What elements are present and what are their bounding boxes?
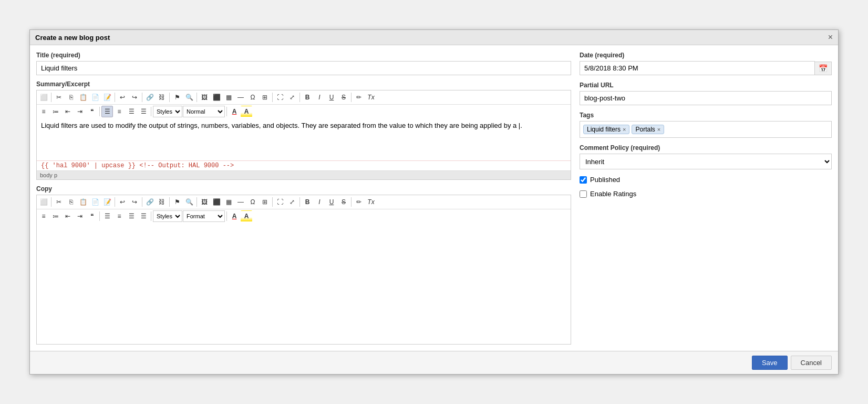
resize-btn[interactable]: ⤢ [286,92,298,103]
strike-btn[interactable]: S [338,92,349,103]
summary-statusbar: body p [37,170,571,179]
iframe-btn[interactable]: ⊞ [259,92,271,103]
blockquote-btn[interactable]: ❝ [86,106,98,117]
comment-policy-field-group: Comment Policy (required) Inherit Allow … [580,144,832,169]
copy-align-right-btn[interactable]: ☰ [126,210,137,222]
copy-iframe-btn[interactable]: ⊞ [259,196,271,208]
horz-btn[interactable]: ― [235,92,246,103]
tag-remove-liquid-filters[interactable]: × [623,126,626,133]
indent-more-btn[interactable]: ⇥ [74,106,86,117]
summary-content-area[interactable]: Liquid filters are used to modify the ou… [37,118,571,160]
copy-link-btn[interactable]: 🔗 [144,196,156,208]
copy-blockquote-btn[interactable]: ❝ [86,210,98,222]
copy-horz-btn[interactable]: ― [235,196,246,208]
copy-source-btn[interactable]: ⬜ [38,196,49,208]
copy-strike-btn[interactable]: S [338,196,349,208]
align-left-btn[interactable]: ☰ [101,106,113,117]
copy-table-btn[interactable]: ▦ [223,196,234,208]
copy-flag-btn[interactable]: ⚑ [171,196,183,208]
paste-btn[interactable]: 📋 [77,92,89,103]
ordered-list-btn[interactable]: ≡ [38,106,49,117]
align-justify-btn[interactable]: ☰ [138,106,149,117]
bg-color-btn[interactable]: A [241,106,252,117]
copy-content-area[interactable] [37,223,571,344]
source-btn[interactable]: ⬜ [38,92,49,103]
copy-image-btn[interactable]: 🖼 [199,196,210,208]
clear-format-btn[interactable]: Tx [365,92,377,103]
csep11 [226,211,227,221]
copy-format-select[interactable]: Format Normal Heading 1 [183,210,225,222]
bold-btn[interactable]: B [302,92,313,103]
copy-align-center-btn[interactable]: ≡ [113,210,125,222]
calendar-button[interactable]: 📅 [815,62,832,75]
flag-btn[interactable]: ⚑ [171,92,183,103]
comment-policy-label: Comment Policy (required) [580,144,832,152]
cancel-button[interactable]: Cancel [791,356,832,370]
flash-btn[interactable]: ⬛ [211,92,222,103]
unordered-list-btn[interactable]: ≔ [50,106,61,117]
copy-resize-btn[interactable]: ⤢ [286,196,298,208]
copy-ordered-list-btn[interactable]: ≡ [38,210,49,222]
copy-maximize-btn[interactable]: ⛶ [274,196,286,208]
maximize-btn[interactable]: ⛶ [274,92,286,103]
copy-bg-color-btn[interactable]: A [241,210,252,222]
special-btn[interactable]: Ω [247,92,259,103]
copy-flash-btn[interactable]: ⬛ [211,196,222,208]
copy-undo-btn[interactable]: ↩ [117,196,128,208]
paste-text-btn[interactable]: 📄 [89,92,101,103]
cut-btn[interactable]: ✂ [53,92,65,103]
link-btn[interactable]: 🔗 [144,92,156,103]
copy-special-btn[interactable]: Ω [247,196,259,208]
copy-unordered-list-btn[interactable]: ≔ [50,210,61,222]
font-color-btn[interactable]: A [229,106,240,117]
align-right-btn[interactable]: ☰ [126,106,137,117]
copy-clear-btn[interactable]: Tx [365,196,377,208]
find-btn[interactable]: 🔍 [183,92,195,103]
copy-unlink-btn[interactable]: ⛓ [156,196,168,208]
date-input[interactable] [580,61,815,75]
copy-copy-btn[interactable]: ⎘ [65,196,77,208]
copy-indent-less-btn[interactable]: ⇤ [62,210,74,222]
indent-less-btn[interactable]: ⇤ [62,106,74,117]
copy-paste-text-btn[interactable]: 📄 [89,196,101,208]
copy-indent-more-btn[interactable]: ⇥ [74,210,86,222]
enable-ratings-checkbox[interactable] [580,190,587,198]
dialog-body: Title (required) Summary/Excerpt ⬜ ✂ ⎘ 📋… [30,45,838,351]
copy-align-left-btn[interactable]: ☰ [101,210,113,222]
copy-bold-btn[interactable]: B [302,196,313,208]
align-center-btn[interactable]: ≡ [113,106,125,117]
copy-italic-btn[interactable]: I [314,196,325,208]
copy-styles-select[interactable]: Styles [153,210,182,222]
copy-redo-btn[interactable]: ↪ [129,196,140,208]
save-button[interactable]: Save [752,356,788,370]
underline-btn[interactable]: U [326,92,337,103]
close-button[interactable]: × [828,33,833,42]
comment-policy-select[interactable]: Inherit Allow Moderated Closed [580,154,832,169]
copy-paste-btn[interactable]: 📋 [77,196,89,208]
undo-btn[interactable]: ↩ [117,92,128,103]
title-input[interactable] [36,61,571,75]
table-btn[interactable]: ▦ [223,92,234,103]
unlink-btn[interactable]: ⛓ [156,92,168,103]
partial-url-input[interactable] [580,91,832,105]
copy-find-btn[interactable]: 🔍 [183,196,195,208]
tags-container: Liquid filters × Portals × [580,121,832,138]
copy-pencil-btn[interactable]: ✏ [353,196,365,208]
sep2 [115,93,115,102]
format-select-summary[interactable]: Normal Heading 1 Heading 2 [183,106,225,117]
copy-underline-btn[interactable]: U [326,196,337,208]
redo-btn[interactable]: ↪ [129,92,140,103]
published-checkbox[interactable] [580,176,587,184]
styles-select[interactable]: Styles [153,106,182,117]
copy-font-color-btn[interactable]: A [229,210,240,222]
image-btn[interactable]: 🖼 [199,92,210,103]
copy-align-justify-btn[interactable]: ☰ [138,210,149,222]
italic-btn[interactable]: I [314,92,325,103]
csep10 [151,211,151,221]
pencil-btn[interactable]: ✏ [353,92,365,103]
tag-remove-portals[interactable]: × [657,126,660,133]
copy-btn[interactable]: ⎘ [65,92,77,103]
paste-word-btn[interactable]: 📝 [101,92,113,103]
copy-cut-btn[interactable]: ✂ [53,196,65,208]
copy-paste-word-btn[interactable]: 📝 [101,196,113,208]
